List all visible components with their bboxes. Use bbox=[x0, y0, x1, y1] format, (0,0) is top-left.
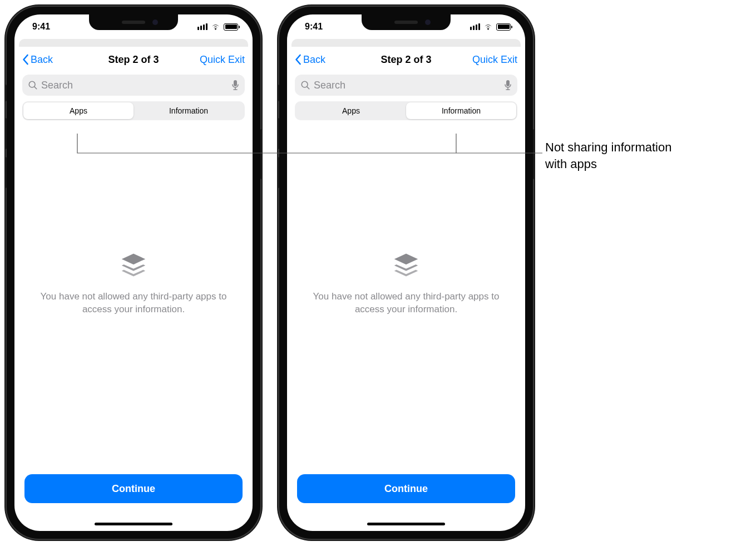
volume-down-button bbox=[277, 157, 279, 188]
screen: 9:41 Back Step 2 of 3 Quick Exit bbox=[14, 14, 253, 531]
quick-exit-button[interactable]: Quick Exit bbox=[472, 54, 517, 66]
svg-line-1 bbox=[34, 87, 37, 89]
empty-state-text: You have not allowed any third-party app… bbox=[31, 291, 236, 316]
stack-icon bbox=[390, 250, 422, 283]
back-label: Back bbox=[303, 54, 325, 66]
tab-apps[interactable]: Apps bbox=[296, 102, 406, 119]
volume-up-button bbox=[4, 118, 7, 149]
svg-rect-7 bbox=[506, 80, 510, 86]
back-button[interactable]: Back bbox=[22, 54, 53, 66]
continue-button[interactable]: Continue bbox=[24, 474, 243, 503]
stack-icon bbox=[117, 250, 150, 283]
empty-state: You have not allowed any third-party app… bbox=[287, 126, 525, 474]
callout-line-2: with apps bbox=[545, 157, 597, 171]
status-time: 9:41 bbox=[305, 22, 323, 32]
wifi-icon bbox=[483, 23, 493, 31]
status-time: 9:41 bbox=[32, 22, 50, 32]
nav-title: Step 2 of 3 bbox=[381, 54, 431, 66]
nav-bar: Back Step 2 of 3 Quick Exit bbox=[14, 47, 253, 72]
callout-line-1: Not sharing information bbox=[545, 140, 671, 154]
continue-button[interactable]: Continue bbox=[297, 474, 515, 503]
volume-down-button bbox=[4, 157, 7, 188]
mute-switch bbox=[277, 85, 279, 101]
empty-state-text: You have not allowed any third-party app… bbox=[304, 291, 508, 316]
svg-line-6 bbox=[307, 87, 309, 89]
search-placeholder: Search bbox=[41, 80, 228, 91]
phone-frame-left: 9:41 Back Step 2 of 3 Quick Exit bbox=[6, 6, 261, 540]
search-input[interactable]: Search bbox=[295, 75, 517, 96]
wifi-icon bbox=[211, 23, 220, 31]
side-button bbox=[533, 129, 535, 179]
sheet-backdrop bbox=[19, 39, 248, 47]
mute-switch bbox=[4, 85, 7, 101]
tab-apps[interactable]: Apps bbox=[23, 102, 134, 119]
search-icon bbox=[28, 80, 38, 90]
segmented-control: Apps Information bbox=[22, 101, 245, 120]
search-input[interactable]: Search bbox=[22, 75, 245, 96]
callout-label: Not sharing information with apps bbox=[545, 139, 671, 172]
notch bbox=[89, 14, 178, 30]
chevron-left-icon bbox=[22, 54, 29, 65]
search-icon bbox=[300, 80, 310, 90]
nav-title: Step 2 of 3 bbox=[108, 54, 159, 66]
screen: 9:41 Back Step 2 of 3 Quick Exit bbox=[287, 14, 525, 531]
tab-information[interactable]: Information bbox=[406, 102, 516, 119]
nav-bar: Back Step 2 of 3 Quick Exit bbox=[287, 47, 525, 72]
side-button bbox=[260, 129, 263, 179]
tab-information[interactable]: Information bbox=[134, 102, 244, 119]
volume-up-button bbox=[277, 118, 279, 149]
battery-icon bbox=[496, 23, 511, 31]
chevron-left-icon bbox=[295, 54, 302, 65]
empty-state: You have not allowed any third-party app… bbox=[14, 126, 253, 474]
back-label: Back bbox=[31, 54, 53, 66]
mic-icon[interactable] bbox=[504, 80, 512, 91]
cellular-signal-icon bbox=[470, 23, 480, 30]
back-button[interactable]: Back bbox=[295, 54, 325, 66]
mic-icon[interactable] bbox=[231, 80, 239, 91]
home-indicator[interactable] bbox=[367, 523, 445, 525]
sheet-backdrop bbox=[291, 39, 521, 47]
segmented-control: Apps Information bbox=[295, 101, 517, 120]
svg-rect-2 bbox=[234, 80, 237, 86]
notch bbox=[362, 14, 451, 30]
quick-exit-button[interactable]: Quick Exit bbox=[200, 54, 245, 66]
phone-frame-right: 9:41 Back Step 2 of 3 Quick Exit bbox=[278, 6, 534, 540]
home-indicator[interactable] bbox=[95, 523, 172, 525]
cellular-signal-icon bbox=[197, 23, 207, 30]
search-placeholder: Search bbox=[314, 80, 501, 91]
battery-icon bbox=[224, 23, 238, 31]
